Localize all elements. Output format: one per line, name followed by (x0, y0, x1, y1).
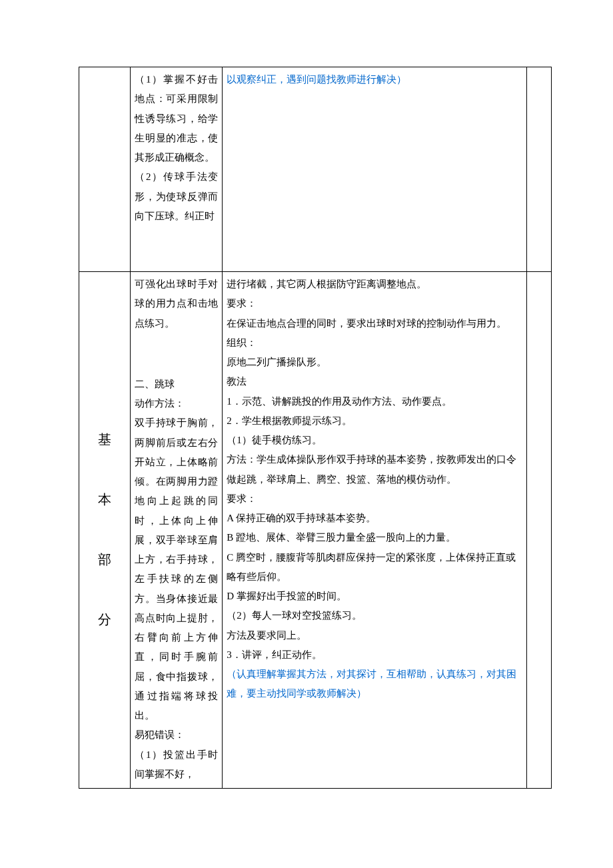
table-row: 基 本 部 分 可强化出球时手对球的用力点和击地点练习。 二、跳球 动作方法： … (79, 272, 552, 789)
tail-cell-1 (527, 67, 552, 272)
content-blue-1: 以观察纠正，遇到问题找教师进行解决） (227, 74, 406, 85)
section-label: 基 本 部 分 (83, 409, 126, 649)
method-text-1: （1）掌握不好击地点：可采用限制性诱导练习，给学生明显的准志，使其形成正确概念。… (135, 70, 218, 226)
method-text-2a: 可强化出球时手对球的用力点和击地点练习。 (135, 275, 218, 333)
tail-cell-2 (527, 272, 552, 789)
content-blue-2: （认真理解掌握其方法，对其探讨，互相帮助，认真练习，对其困难，要主动找同学或教师… (227, 665, 522, 704)
table-row: （1）掌握不好击地点：可采用限制性诱导练习，给学生明显的准志，使其形成正确概念。… (79, 67, 552, 272)
content-black-2: 进行堵截，其它两人根据防守距离调整地点。 要求： 在保证击地点合理的同时，要求出… (227, 275, 522, 665)
method-cell-2: 可强化出球时手对球的用力点和击地点练习。 二、跳球 动作方法： 双手持球于胸前，… (131, 272, 223, 789)
spacer (135, 226, 218, 267)
content-cell-1: 以观察纠正，遇到问题找教师进行解决） (223, 67, 527, 272)
method-cell-1: （1）掌握不好击地点：可采用限制性诱导练习，给学生明显的准志，使其形成正确概念。… (131, 67, 223, 272)
lesson-plan-table: （1）掌握不好击地点：可采用限制性诱导练习，给学生明显的准志，使其形成正确概念。… (79, 67, 552, 789)
spacer (135, 333, 218, 375)
method-text-2b: 二、跳球 动作方法： 双手持球于胸前，两脚前后或左右分开站立，上体略前倾。在两脚… (135, 375, 218, 784)
section-cell-empty (79, 67, 131, 272)
content-cell-2: 进行堵截，其它两人根据防守距离调整地点。 要求： 在保证击地点合理的同时，要求出… (223, 272, 527, 789)
document-page: （1）掌握不好击地点：可采用限制性诱导练习，给学生明显的准志，使其形成正确概念。… (0, 0, 613, 868)
section-cell-main: 基 本 部 分 (79, 272, 131, 789)
